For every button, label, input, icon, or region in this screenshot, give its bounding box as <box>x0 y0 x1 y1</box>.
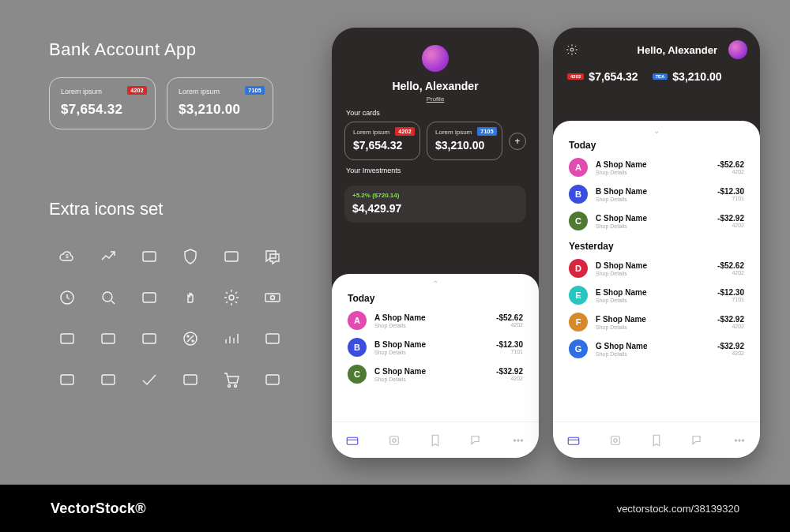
merchant-name: B Shop Name <box>596 187 647 197</box>
svg-point-8 <box>271 296 275 300</box>
merchant-name: A Shop Name <box>374 313 426 323</box>
svg-point-25 <box>514 439 515 440</box>
svg-point-24 <box>392 438 396 442</box>
svg-point-34 <box>742 439 743 440</box>
card-amount: $7,654.32 <box>353 139 412 152</box>
transaction-row[interactable]: B B Shop Name Shop Details -$12.30 7101 <box>553 181 760 208</box>
balance-card[interactable]: 4202 Lorem ipsum $7,654.32 <box>49 77 156 129</box>
svg-point-19 <box>228 385 231 388</box>
news-icon <box>90 362 126 398</box>
shield-icon <box>172 238 209 275</box>
cards-icon <box>131 238 167 275</box>
merchant-avatar: C <box>348 365 367 384</box>
transaction-row[interactable]: A A Shop Name Shop Details -$52.62 4202 <box>332 307 539 334</box>
account-card[interactable]: 7105 Lorem ipsum $3,210.00 <box>427 122 502 160</box>
chat-icon[interactable] <box>468 432 485 449</box>
brand: VectorStock® <box>51 500 146 517</box>
source-url: vectorstock.com/38139320 <box>617 503 739 515</box>
card-chip: 7EA <box>653 73 668 80</box>
chat-icon[interactable] <box>689 432 706 449</box>
card-label: Lorem ipsum <box>353 129 412 136</box>
greeting: Hello, Alexander <box>638 44 717 56</box>
transaction-row[interactable]: C C Shop Name Shop Details -$32.92 4202 <box>553 208 760 234</box>
card-icon[interactable] <box>344 432 361 449</box>
account-card[interactable]: 4202 Lorem ipsum $7,654.32 <box>344 122 420 160</box>
bars-icon <box>213 320 250 357</box>
tx-code: 4202 <box>717 324 744 329</box>
merchant-avatar: C <box>569 212 588 230</box>
merchant-name: A Shop Name <box>596 160 647 170</box>
cloud-dollar-icon: $ <box>49 238 85 275</box>
balance-amount: $3,210.00 <box>672 70 721 83</box>
merchant-sub: Shop Details <box>374 323 426 328</box>
transaction-row[interactable]: A A Shop Name Shop Details -$52.62 4202 <box>553 154 760 181</box>
transaction-row[interactable]: D D Shop Name Shop Details -$52.62 4202 <box>553 255 760 282</box>
merchant-sub: Shop Details <box>374 350 426 355</box>
receipt-icon[interactable] <box>648 432 665 449</box>
card-amount: $3,210.00 <box>179 102 261 118</box>
merchant-avatar: E <box>569 286 588 305</box>
balance-item[interactable]: 4202 $7,654.32 <box>567 70 638 83</box>
safe-icon[interactable] <box>607 432 624 449</box>
avatar[interactable] <box>422 45 449 72</box>
briefcase-icon <box>49 320 85 357</box>
more-icon[interactable] <box>731 432 748 449</box>
merchant-sub: Shop Details <box>596 223 647 229</box>
merchant-name: B Shop Name <box>374 340 426 350</box>
investments-label: Your Investments <box>332 160 539 179</box>
svg-rect-17 <box>102 375 115 384</box>
svg-point-14 <box>192 340 194 342</box>
tx-code: 4202 <box>496 376 523 381</box>
delivery-icon <box>131 320 167 357</box>
svg-rect-9 <box>61 334 73 343</box>
safe-icon[interactable] <box>386 432 403 449</box>
transaction-row[interactable]: F F Shop Name Shop Details -$32.92 4202 <box>553 309 760 335</box>
svg-rect-22 <box>347 437 358 444</box>
svg-rect-11 <box>143 334 156 343</box>
tx-code: 7101 <box>496 349 523 354</box>
merchant-avatar: B <box>569 185 588 204</box>
svg-rect-30 <box>611 436 619 444</box>
today-label: Today <box>332 287 539 307</box>
calculator-icon <box>90 320 126 357</box>
svg-point-26 <box>517 439 519 440</box>
svg-rect-1 <box>143 252 156 261</box>
merchant-sub: Shop Details <box>596 351 648 357</box>
balance-item[interactable]: 7EA $3,210.00 <box>653 70 722 83</box>
merchant-name: E Shop Name <box>596 288 646 298</box>
svg-rect-21 <box>266 375 279 384</box>
more-icon[interactable] <box>510 432 527 449</box>
merchant-sub: Shop Details <box>596 298 646 303</box>
yesterday-label: Yesterday <box>553 234 760 255</box>
transaction-row[interactable]: B B Shop Name Shop Details -$12.30 7101 <box>332 334 539 361</box>
merchant-name: C Shop Name <box>374 367 426 377</box>
transaction-row[interactable]: E E Shop Name Shop Details -$12.30 7101 <box>553 282 760 309</box>
tx-amount: -$52.62 <box>717 261 744 270</box>
devices-icon <box>131 279 167 316</box>
avatar[interactable] <box>728 40 747 59</box>
phone-screen-2: Hello, Alexander 4202 $7,654.32 7EA $3,2… <box>553 28 760 458</box>
transaction-row[interactable]: G G Shop Name Shop Details -$32.92 4202 <box>553 335 760 362</box>
phone-screen-1: Hello, Alexander Profile Your cards 4202… <box>332 28 539 458</box>
tx-code: 4202 <box>717 223 744 228</box>
card-icon[interactable] <box>565 432 582 449</box>
coins-icon <box>172 362 209 398</box>
add-card-button[interactable]: + <box>509 133 526 150</box>
transaction-row[interactable]: C C Shop Name Shop Details -$32.92 4202 <box>332 361 539 388</box>
merchant-avatar: D <box>569 259 588 278</box>
check-icon <box>131 362 167 398</box>
svg-rect-10 <box>102 334 115 343</box>
merchant-avatar: B <box>348 338 367 357</box>
receipt-icon[interactable] <box>427 432 444 449</box>
tx-code: 7101 <box>717 297 744 302</box>
merchant-sub: Shop Details <box>596 324 646 330</box>
merchant-sub: Shop Details <box>596 197 647 202</box>
percent-icon <box>172 320 209 357</box>
balance-card[interactable]: 7105 Lorem ipsum $3,210.00 <box>167 77 273 129</box>
svg-rect-2 <box>225 252 238 261</box>
svg-text:$: $ <box>66 253 69 259</box>
gear-icon[interactable] <box>566 43 578 56</box>
investment-card[interactable]: +5.2% ($720.14) $4,429.97 <box>344 185 526 223</box>
profile-link[interactable]: Profile <box>427 96 445 103</box>
presentation-icon <box>49 362 85 398</box>
